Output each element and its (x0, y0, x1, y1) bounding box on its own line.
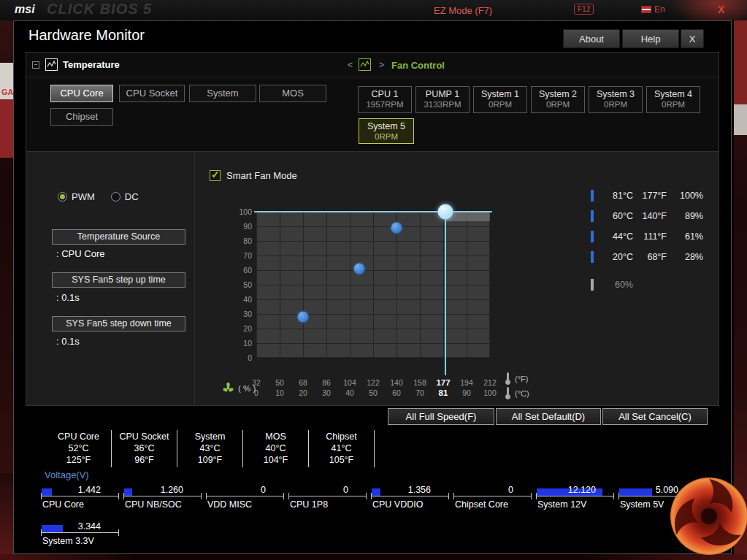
fan-control-tab-label[interactable]: Fan Control (391, 60, 445, 71)
fan-curve-point[interactable] (353, 264, 364, 275)
fan-button-system-2[interactable]: System 2 0RPM (531, 86, 585, 113)
red-glow-decoration (670, 0, 747, 20)
x-axis-tick-celsius: 10 (275, 388, 284, 397)
smart-fan-checkbox[interactable] (210, 170, 221, 181)
x-axis-tick-celsius: 40 (345, 388, 354, 397)
temp-celsius: 40°C (243, 442, 308, 454)
voltage-value: 0 (343, 485, 348, 495)
point-temp-c: 60°C (594, 211, 633, 221)
x-axis-tick-celsius: 70 (415, 388, 424, 397)
hardware-monitor-window: Hardware Monitor About Help X Temperatur… (13, 20, 732, 554)
thermometer-icon (505, 386, 511, 400)
voltage-item: 0 Chipset Core (453, 484, 532, 510)
voltage-label: CPU Core (41, 496, 119, 510)
all-full-speed-button[interactable]: All Full Speed(F) (388, 408, 494, 425)
thermometer-icon (505, 372, 511, 386)
y-axis-tick: 90 (229, 222, 252, 231)
temp-source-button-cpu-socket[interactable]: CPU Socket (119, 85, 185, 102)
background-bottom-strip (0, 554, 747, 560)
y-axis-tick: 0 (229, 353, 252, 362)
window-close-button[interactable]: X (681, 29, 704, 48)
temperature-readout: MOS 40°C 104°F (243, 430, 309, 467)
temp-celsius: 41°C (309, 442, 374, 454)
fan-curve-point[interactable] (438, 204, 453, 220)
voltage-label: CPU VDDIO (371, 496, 449, 510)
voltage-label: System 3.3V (41, 533, 119, 546)
fan-name: System 1 (481, 89, 519, 99)
voltage-label: VDD MISC (206, 496, 284, 510)
fan-button-system-1[interactable]: System 1 0RPM (473, 86, 527, 113)
temp-source-button-system[interactable]: System (189, 85, 256, 102)
fan-button-system-3[interactable]: System 3 0RPM (589, 86, 643, 113)
fan-button-pump-1[interactable]: PUMP 1 3133RPM (415, 86, 470, 113)
celsius-axis-label: (°C) (515, 389, 529, 398)
fan-button-system-4[interactable]: System 4 0RPM (646, 86, 700, 113)
temp-fahrenheit: 125°F (46, 454, 111, 466)
percent-axis-label-group: ( % ) (222, 382, 256, 394)
step-down-time-value: : 0.1s (56, 336, 80, 347)
background-light-patch (734, 104, 747, 135)
current-duty-line (254, 211, 492, 212)
product-name: CLICK BIOS 5 (47, 1, 152, 18)
tab-strip: Temperature < > Fan Control (26, 53, 719, 77)
temp-source-button-cpu-core[interactable]: CPU Core (50, 85, 113, 102)
temperature-readout: CPU Core 52°C 125°F (46, 430, 112, 467)
fahrenheit-axis-label-group: (°F) (505, 372, 528, 386)
y-axis-tick: 60 (229, 266, 252, 275)
point-temp-c: 81°C (594, 191, 633, 201)
fahrenheit-axis-label: (°F) (515, 375, 528, 383)
current-temp-line (445, 212, 446, 375)
point-duty: 61% (667, 231, 703, 242)
temperature-source-value: : CPU Core (56, 248, 104, 259)
all-set-default-button[interactable]: All Set Default(D) (496, 408, 601, 425)
temp-source-button-chipset[interactable]: Chipset (50, 108, 113, 126)
collapse-icon[interactable] (32, 61, 39, 69)
point-duty: 89% (667, 211, 703, 221)
screen: msi CLICK BIOS 5 EZ Mode (F7) F12 En X G… (0, 0, 747, 560)
all-set-cancel-button[interactable]: All Set Cancel(C) (602, 408, 708, 425)
fan-button-cpu-1[interactable]: CPU 1 1957RPM (358, 86, 412, 113)
language-selector[interactable]: En (641, 4, 665, 15)
y-axis-tick: 20 (229, 324, 252, 333)
prev-tab-arrow[interactable]: < (348, 60, 353, 70)
temperature-source-button[interactable]: Temperature Source (52, 229, 185, 245)
fan-curve-point[interactable] (391, 223, 402, 234)
temp-label: CPU Socket (112, 431, 177, 442)
tab-temperature[interactable]: Temperature (45, 58, 120, 71)
fan-rpm: 3133RPM (416, 100, 469, 109)
pwm-radio[interactable] (58, 192, 67, 202)
fan-button-system-5[interactable]: System 5 0RPM (359, 118, 414, 144)
dc-radio[interactable] (111, 192, 120, 202)
y-axis-tick: 40 (229, 295, 252, 304)
voltage-label: Chipset Core (453, 496, 532, 510)
background-red-patch (734, 20, 747, 104)
x-axis-tick-fahrenheit: 50 (275, 378, 284, 387)
fan-name: System 5 (367, 121, 405, 131)
temp-celsius: 36°C (112, 442, 177, 454)
x-axis-tick-celsius: 60 (392, 388, 401, 397)
flag-icon (641, 6, 651, 13)
screenshot-key-button[interactable]: F12 (574, 4, 594, 15)
voltage-value: 1.260 (161, 485, 183, 495)
next-tab-arrow[interactable]: > (379, 60, 384, 70)
voltage-item: 3.344 System 3.3V (41, 521, 119, 546)
help-button[interactable]: Help (622, 29, 679, 48)
temperature-readout: System 43°C 109°F (177, 430, 243, 467)
fan-curve-point[interactable] (298, 312, 309, 323)
step-down-time-button[interactable]: SYS Fan5 step down time (52, 316, 185, 331)
pwm-label: PWM (72, 191, 95, 202)
x-axis-tick-fahrenheit: 158 (413, 378, 426, 387)
msi-dragon-logo (669, 476, 747, 556)
temp-source-button-mos[interactable]: MOS (259, 85, 326, 102)
point-temp-f: 111°F (633, 231, 667, 242)
fan-curve-plot[interactable]: 1009080706050403020100325068861041221401… (256, 212, 490, 358)
y-axis-tick: 80 (229, 237, 252, 245)
voltage-item: 12.120 System 12V (536, 484, 614, 510)
background-red-patch (0, 99, 13, 158)
about-button[interactable]: About (563, 29, 620, 48)
temp-celsius: 52°C (46, 442, 111, 454)
x-axis-tick-celsius: 50 (369, 388, 378, 397)
fan-point-row: 44°C 111°F 61% (591, 230, 703, 243)
step-up-time-button[interactable]: SYS Fan5 step up time (52, 272, 185, 288)
ez-mode-button[interactable]: EZ Mode (F7) (434, 5, 492, 16)
